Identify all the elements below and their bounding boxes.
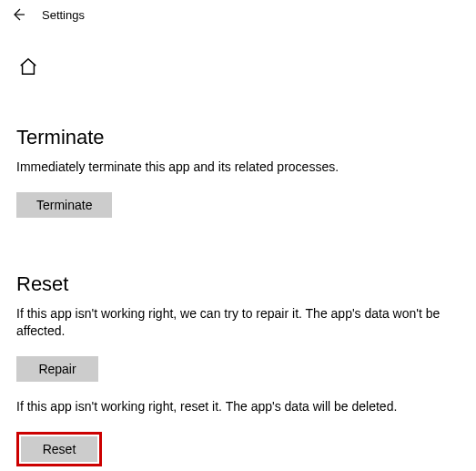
terminate-heading: Terminate bbox=[16, 126, 460, 149]
home-row bbox=[0, 29, 476, 80]
terminate-button[interactable]: Terminate bbox=[16, 192, 112, 218]
back-icon[interactable] bbox=[11, 7, 25, 22]
reset-button[interactable]: Reset bbox=[21, 436, 97, 462]
reset-heading: Reset bbox=[16, 272, 460, 296]
repair-desc: If this app isn't working right, we can … bbox=[16, 305, 460, 340]
repair-button[interactable]: Repair bbox=[16, 356, 98, 382]
title-bar: Settings bbox=[0, 0, 476, 29]
reset-section: Reset If this app isn't working right, w… bbox=[16, 272, 460, 466]
content-area: Terminate Immediately terminate this app… bbox=[0, 80, 476, 466]
reset-desc: If this app isn't working right, reset i… bbox=[16, 398, 460, 415]
terminate-section: Terminate Immediately terminate this app… bbox=[16, 126, 460, 218]
page-title: Settings bbox=[42, 8, 85, 22]
home-icon[interactable] bbox=[18, 56, 38, 77]
reset-button-highlight: Reset bbox=[16, 432, 102, 466]
terminate-desc: Immediately terminate this app and its r… bbox=[16, 159, 460, 176]
